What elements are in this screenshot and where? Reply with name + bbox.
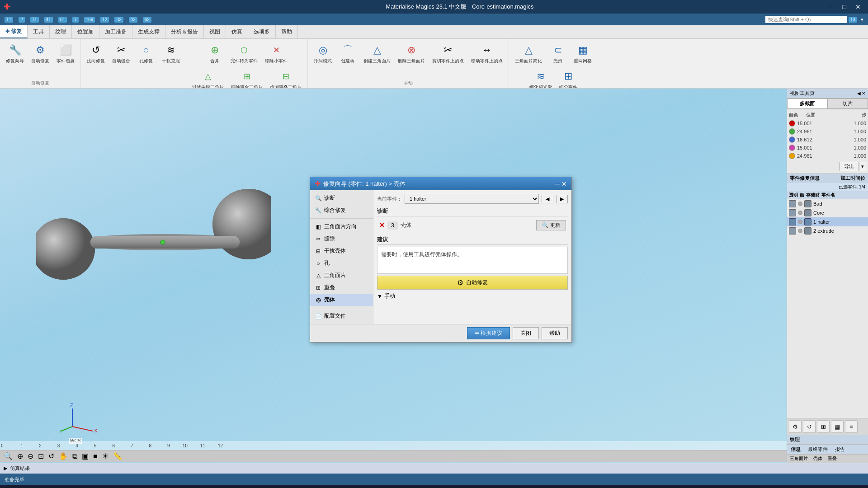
repair-wizard-button[interactable]: 🔧 修复向导 (3, 41, 27, 66)
rp-icon-5[interactable]: ≡ (845, 420, 858, 433)
view-select[interactable]: ⧉ (71, 451, 79, 461)
tab-shells[interactable]: 壳体 (811, 455, 825, 463)
nav-diagnosis[interactable]: 🔍 诊断 (310, 192, 373, 204)
merge-button[interactable]: ⊕ 合并 (203, 41, 226, 66)
close-button[interactable]: ✕ (852, 2, 864, 11)
refresh-button[interactable]: 🔍 更新 (536, 220, 566, 230)
pan-btn[interactable]: ✋ (57, 451, 70, 461)
menu-tab-help[interactable]: 帮助 (276, 25, 298, 38)
delete-tri-button[interactable]: ⊗ 删除三角面片 (395, 41, 428, 66)
expand-icon[interactable]: ▶ (4, 465, 7, 471)
nav-shell[interactable]: ◎ 壳体 (310, 294, 373, 306)
quick-btn-1[interactable]: 11 (3, 16, 15, 23)
bridge-button[interactable]: ⌒ 创建桥 (336, 41, 359, 66)
view-tool-pin[interactable]: ✕ (862, 91, 865, 96)
rp-icon-2[interactable]: ↺ (803, 420, 816, 433)
disturb-repair-button[interactable]: ≋ 干扰克服 (159, 41, 183, 66)
quick-btn-2[interactable]: 2 (17, 16, 27, 23)
quick-btn-4[interactable]: 41 (42, 16, 55, 23)
part-row-bad[interactable]: Bad (787, 199, 868, 208)
quick-btn-7[interactable]: 169 (82, 16, 97, 23)
tab-slice[interactable]: 切片 (828, 99, 868, 109)
zoom-btn[interactable]: 🔍 (2, 451, 14, 461)
auto-fix-button[interactable]: ⚙ 自动修复 (377, 276, 568, 290)
search-dropdown[interactable]: ▾ (859, 16, 865, 23)
minimize-button[interactable]: ─ (826, 2, 837, 11)
thin-smooth-button[interactable]: ≋ 细化和光滑 (526, 67, 555, 89)
solid-btn[interactable]: ■ (91, 451, 99, 461)
menu-tab-analysis[interactable]: 分析＆报告 (165, 25, 204, 38)
create-tri-button[interactable]: △ 创建三角面片 (360, 41, 394, 66)
subdivide-button[interactable]: ⊞ 细分零件 (556, 67, 580, 89)
smooth-button[interactable]: ⊂ 光滑 (546, 41, 570, 66)
part-nav-prev[interactable]: ◀ (542, 195, 553, 203)
detect-overlap-button[interactable]: ⊟ 检测重叠三角片 (267, 67, 305, 89)
nav-holes[interactable]: ○ 孔 (310, 257, 373, 269)
rotate-btn[interactable]: ↺ (47, 451, 56, 461)
remove-small-button[interactable]: ✕ 移除小零件 (262, 41, 291, 66)
move-pts-button[interactable]: ↔ 移动零件上的点 (468, 41, 506, 66)
nav-comprehensive[interactable]: 🔧 综合修复 (310, 204, 373, 216)
view-tool-collapse[interactable]: ◀ (857, 91, 861, 96)
part-to-part-button[interactable]: ⬡ 完件转为零件 (227, 41, 261, 66)
fit-btn[interactable]: ⊡ (36, 451, 46, 461)
menu-tab-position[interactable]: 位置加 (72, 25, 99, 38)
dialog-minimize[interactable]: ─ (555, 180, 560, 188)
menu-tab-repair[interactable]: ✚修复 (0, 25, 28, 38)
menu-tab-options[interactable]: 选项多 (248, 25, 276, 38)
filter-sharp-button[interactable]: △ 过滤尖锐三角片 (189, 67, 227, 89)
dialog-close[interactable]: ✕ (561, 180, 567, 188)
wire-btn[interactable]: ▣ (80, 451, 90, 461)
quick-btn-10[interactable]: 42 (127, 16, 139, 23)
measure-btn[interactable]: 📏 (111, 451, 124, 461)
3d-viewport[interactable]: Z X Y WCS 0 1 2 3 4 5 6 7 8 9 10 11 12 🔍… (0, 89, 787, 463)
cut-tri-button[interactable]: ✂ 剪切零件上的点 (429, 41, 467, 66)
close-dialog-button[interactable]: 关闭 (513, 327, 539, 339)
tab-info[interactable]: 信息 (787, 445, 804, 454)
menu-tab-process[interactable]: 加工准备 (99, 25, 132, 38)
quick-btn-5[interactable]: 61 (57, 16, 69, 23)
nav-overlap[interactable]: ⊞ 重叠 (310, 282, 373, 294)
quick-btn-3[interactable]: 71 (28, 16, 41, 23)
nav-disturb-shell[interactable]: ⊟ 干扰壳体 (310, 245, 373, 257)
menu-tab-simulate[interactable]: 仿真 (226, 25, 248, 38)
tab-report[interactable]: 报告 (831, 445, 849, 454)
move-overlap-button[interactable]: ⊞ 移除重合三角片 (228, 67, 266, 89)
auto-repair-button[interactable]: ⚙ 自动修复 (28, 41, 52, 66)
nav-config[interactable]: 📄 配置文件 (310, 310, 373, 322)
menu-tab-generate[interactable]: 生成支撑 (132, 25, 165, 38)
rp-icon-3[interactable]: ⊞ (817, 420, 830, 433)
quick-btn-8[interactable]: 12 (99, 16, 111, 23)
part-row-extrude[interactable]: 2 extrude (787, 226, 868, 235)
light-btn[interactable]: ☀ (100, 451, 110, 461)
nav-tri-direction[interactable]: ◧ 三角面片方向 (310, 221, 373, 233)
quick-btn-9[interactable]: 32 (113, 16, 125, 23)
part-wrap-button[interactable]: ⬜ 零件包裹 (53, 41, 78, 66)
auto-sew-button[interactable]: ✂ 自动缝合 (109, 41, 133, 66)
follow-suggestion-button[interactable]: ➡ 根据建议 (467, 327, 510, 339)
hole-repair-button[interactable]: ○ 孔修复 (134, 41, 158, 66)
fill-hollow-button[interactable]: ◎ 扑洞模式 (311, 41, 335, 66)
zoom-in-btn[interactable]: ⊕ (15, 451, 25, 461)
part-selector-dropdown[interactable]: 1 halter (405, 194, 539, 204)
export-button[interactable]: 导出 (839, 162, 859, 171)
quick-btn-11[interactable]: 62 (141, 16, 153, 23)
help-dialog-button[interactable]: 帮助 (542, 327, 568, 339)
tab-multisection[interactable]: 多截面 (787, 99, 828, 109)
part-row-halter[interactable]: 1 halter (787, 217, 868, 226)
nav-triangles[interactable]: △ 三角面片 (310, 269, 373, 282)
manual-toggle[interactable]: ▼ 手动 (377, 292, 568, 300)
part-row-core[interactable]: Core (787, 208, 868, 217)
menu-tab-texture[interactable]: 纹理 (50, 25, 72, 38)
norm-repair-button[interactable]: ↺ 法向修复 (84, 41, 108, 66)
remesh-button[interactable]: ▦ 重网网格 (571, 41, 595, 66)
tab-triangles[interactable]: 三角面片 (787, 455, 811, 463)
nav-stitching[interactable]: ✂ 缝隙 (310, 233, 373, 245)
export-dropdown[interactable]: ▾ (859, 162, 866, 171)
simplify-button[interactable]: △ 三角面片简化 (512, 41, 545, 66)
menu-tab-view[interactable]: 视图 (204, 25, 226, 38)
quick-btn-6[interactable]: 7 (71, 16, 80, 23)
search-input[interactable] (765, 16, 847, 23)
rp-icon-4[interactable]: ▦ (831, 420, 844, 433)
tab-overlap-tab[interactable]: 重叠 (825, 455, 840, 463)
